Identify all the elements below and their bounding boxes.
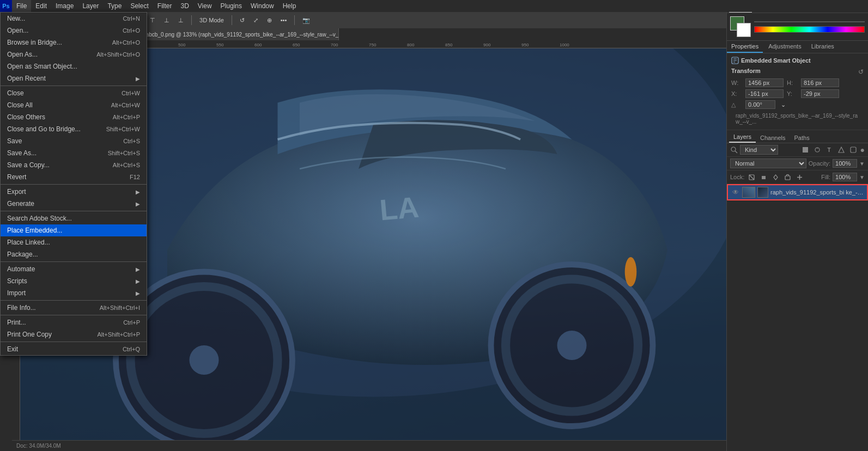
layer-filter-pixel-btn[interactable] — [800, 145, 810, 155]
lock-position-btn[interactable] — [770, 172, 780, 182]
svg-text:600: 600 — [254, 42, 262, 47]
menu-item-save-copy[interactable]: Save a Copy... Alt+Ctrl+S — [1, 159, 147, 171]
layer-kind-select[interactable]: Kind Name Effect Mode Attribute Color Sm… — [740, 145, 778, 155]
more-options-btn[interactable]: ••• — [277, 14, 290, 27]
layers-blend-row: Normal Dissolve Multiply Screen Overlay … — [727, 157, 868, 170]
menu-image[interactable]: Image — [51, 0, 78, 12]
tab-libraries[interactable]: Libraries — [807, 41, 839, 53]
transform-reset-btn[interactable]: ↺ — [858, 68, 864, 76]
menu-plugins[interactable]: Plugins — [216, 0, 246, 12]
opacity-arrow[interactable]: ▼ — [859, 161, 865, 167]
menu-item-browse[interactable]: Browse in Bridge... Alt+Ctrl+O — [1, 36, 147, 48]
generate-arrow: ▶ — [136, 201, 140, 207]
menu-item-close-others[interactable]: Close Others Alt+Ctrl+P — [1, 111, 147, 123]
menu-edit[interactable]: Edit — [31, 0, 51, 12]
tab-layers[interactable]: Layers — [729, 132, 756, 143]
lock-transparent-btn[interactable] — [746, 172, 756, 182]
layer-row-main[interactable]: 👁 raph_vids_91192_sports_bi ke_--ar_169_… — [727, 184, 868, 200]
menu-item-close-bridge[interactable]: Close and Go to Bridge... Shift+Ctrl+W — [1, 123, 147, 135]
layer-filter-smart-btn[interactable] — [848, 145, 858, 155]
menu-item-browse-shortcut: Alt+Ctrl+O — [112, 39, 140, 46]
menu-item-file-info-label: File Info... — [7, 304, 36, 312]
w-input[interactable] — [745, 78, 784, 87]
layer-filter-shape-btn[interactable] — [836, 145, 846, 155]
angle-chevron[interactable]: ⌄ — [781, 101, 786, 108]
align-bottom-btn[interactable]: ⊥ — [175, 14, 187, 27]
menu-item-package[interactable]: Package... — [1, 248, 147, 260]
fill-area: Fill: ▼ — [821, 173, 865, 181]
menu-item-close[interactable]: Close Ctrl+W — [1, 87, 147, 99]
menu-item-close-bridge-shortcut: Shift+Ctrl+W — [106, 126, 140, 132]
tab-adjustments[interactable]: Adjustments — [764, 41, 806, 53]
menu-item-exit-shortcut: Ctrl+Q — [123, 346, 140, 352]
fill-input[interactable] — [833, 173, 857, 181]
layer-filter-type-btn[interactable]: T — [824, 145, 834, 155]
zoom-3d-btn[interactable]: ⊕ — [264, 14, 275, 27]
menu-select[interactable]: Select — [126, 0, 153, 12]
opacity-input[interactable] — [833, 159, 857, 168]
menu-help[interactable]: Help — [278, 0, 301, 12]
menu-item-automate[interactable]: Automate ▶ — [1, 263, 147, 275]
menu-item-close-others-shortcut: Alt+Ctrl+P — [113, 114, 140, 120]
menu-item-new-label: New... — [7, 15, 25, 22]
menu-item-place-embedded[interactable]: Place Embedded... — [1, 224, 147, 236]
layers-filter: Kind Name Effect Mode Attribute Color Sm… — [730, 145, 798, 155]
filter-icon — [730, 146, 738, 154]
status-text: Doc: 34.0M/34.0M — [16, 443, 61, 449]
x-label: X: — [731, 90, 742, 97]
menu-view[interactable]: View — [193, 0, 216, 12]
fill-arrow[interactable]: ▼ — [859, 174, 865, 180]
menu-item-import[interactable]: Import ▶ — [1, 287, 147, 299]
color-spectrum[interactable] — [754, 21, 865, 22]
menu-3d[interactable]: 3D — [176, 0, 193, 12]
menu-item-print[interactable]: Print... Ctrl+P — [1, 316, 147, 328]
hue-bar[interactable] — [754, 26, 865, 33]
y-input[interactable] — [801, 89, 839, 98]
lock-artboard-btn[interactable] — [782, 172, 792, 182]
w-label: W: — [731, 80, 742, 86]
menu-item-scripts[interactable]: Scripts ▶ — [1, 275, 147, 287]
pan-3d-btn[interactable]: ⤢ — [250, 14, 262, 27]
menu-item-open[interactable]: Open... Ctrl+O — [1, 25, 147, 36]
3d-mode-btn[interactable]: 3D Mode — [196, 14, 227, 27]
menu-item-save-as[interactable]: Save As... Shift+Ctrl+S — [1, 147, 147, 159]
menu-item-file-info[interactable]: File Info... Alt+Shift+Ctrl+I — [1, 302, 147, 314]
background-color[interactable] — [737, 23, 751, 37]
menu-layer[interactable]: Layer — [78, 0, 103, 12]
menu-item-search-stock[interactable]: Search Adobe Stock... — [1, 212, 147, 224]
align-middle-btn[interactable]: ⊥ — [161, 14, 173, 27]
menu-item-open-as[interactable]: Open As... Alt+Shift+Ctrl+O — [1, 48, 147, 60]
angle-input[interactable] — [745, 100, 775, 109]
menu-item-save[interactable]: Save Ctrl+S — [1, 135, 147, 147]
menu-item-revert[interactable]: Revert F12 — [1, 171, 147, 183]
layer-visibility-toggle[interactable]: 👁 — [731, 188, 740, 197]
svg-point-34 — [190, 345, 219, 375]
menu-window[interactable]: Window — [246, 0, 278, 12]
tab-channels[interactable]: Channels — [756, 133, 790, 143]
h-input[interactable] — [801, 78, 839, 87]
menu-item-search-stock-label: Search Adobe Stock... — [7, 215, 72, 222]
menu-item-place-linked[interactable]: Place Linked... — [1, 236, 147, 248]
menu-item-open-smart[interactable]: Open as Smart Object... — [1, 60, 147, 72]
lock-pixel-btn[interactable] — [758, 172, 768, 182]
menu-item-close-all[interactable]: Close All Alt+Ctrl+W — [1, 99, 147, 111]
x-input[interactable] — [745, 89, 784, 98]
menu-item-print-one[interactable]: Print One Copy Alt+Shift+Ctrl+P — [1, 328, 147, 340]
menu-item-open-recent[interactable]: Open Recent ▶ — [1, 72, 147, 84]
camera-btn[interactable]: 📷 — [299, 14, 313, 27]
blend-mode-select[interactable]: Normal Dissolve Multiply Screen Overlay — [730, 159, 806, 168]
menu-item-exit[interactable]: Exit Ctrl+Q — [1, 343, 147, 355]
menu-filter[interactable]: Filter — [153, 0, 177, 12]
tab-properties[interactable]: Properties — [727, 41, 763, 53]
menu-item-generate[interactable]: Generate ▶ — [1, 198, 147, 210]
layer-filter-more-btn[interactable]: ● — [860, 145, 865, 154]
menu-type[interactable]: Type — [103, 0, 126, 12]
menu-item-export[interactable]: Export ▶ — [1, 186, 147, 198]
align-top-btn[interactable]: ⊤ — [147, 14, 159, 27]
lock-all-btn[interactable] — [794, 172, 804, 182]
menu-item-new[interactable]: New... Ctrl+N — [1, 13, 147, 25]
rotate-3d-btn[interactable]: ↺ — [236, 14, 248, 27]
tab-paths[interactable]: Paths — [790, 133, 814, 143]
layer-filter-adjust-btn[interactable] — [812, 145, 822, 155]
menu-file[interactable]: File — [12, 0, 31, 12]
